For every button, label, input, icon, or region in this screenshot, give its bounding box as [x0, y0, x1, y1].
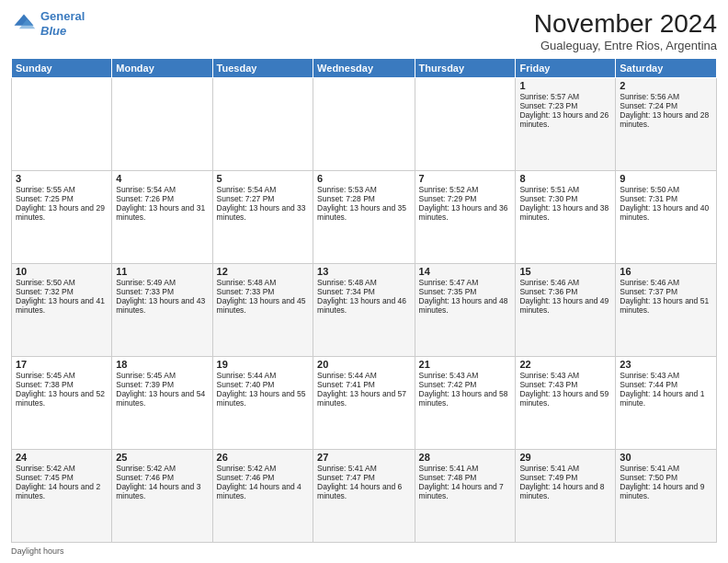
day-info-line: Sunset: 7:28 PM [317, 194, 410, 203]
day-cell [415, 78, 516, 171]
day-number: 25 [116, 452, 208, 463]
day-info-line: Sunrise: 5:50 AM [620, 185, 712, 194]
day-info-line: Sunset: 7:44 PM [620, 380, 712, 389]
day-info-line: Daylight: 14 hours and 9 minutes. [620, 482, 712, 500]
main-title: November 2024 [534, 9, 717, 39]
day-cell: 10Sunrise: 5:50 AMSunset: 7:32 PMDayligh… [12, 264, 112, 357]
day-cell: 30Sunrise: 5:41 AMSunset: 7:50 PMDayligh… [616, 450, 717, 543]
day-info-line: Sunrise: 5:56 AM [620, 92, 712, 101]
day-cell: 11Sunrise: 5:49 AMSunset: 7:33 PMDayligh… [112, 264, 212, 357]
day-info-line: Sunrise: 5:42 AM [116, 464, 208, 473]
day-info-line: Sunrise: 5:47 AM [419, 278, 512, 287]
week-row-2: 3Sunrise: 5:55 AMSunset: 7:25 PMDaylight… [12, 171, 717, 264]
day-cell: 21Sunrise: 5:43 AMSunset: 7:42 PMDayligh… [415, 357, 516, 450]
page: General Blue November 2024 Gualeguay, En… [0, 0, 728, 563]
day-info-line: Sunrise: 5:45 AM [16, 371, 108, 380]
day-cell: 24Sunrise: 5:42 AMSunset: 7:45 PMDayligh… [12, 450, 112, 543]
day-info-line: Daylight: 13 hours and 52 minutes. [16, 389, 108, 408]
day-info-line: Sunrise: 5:51 AM [519, 185, 611, 194]
day-number: 10 [16, 266, 108, 277]
day-info-line: Sunset: 7:49 PM [519, 473, 611, 482]
day-info-line: Daylight: 14 hours and 6 minutes. [317, 482, 410, 500]
day-number: 20 [317, 359, 410, 370]
day-cell: 28Sunrise: 5:41 AMSunset: 7:48 PMDayligh… [415, 450, 516, 543]
day-info-line: Sunrise: 5:45 AM [116, 371, 208, 380]
day-info-line: Sunset: 7:29 PM [419, 194, 512, 203]
day-info-line: Daylight: 13 hours and 29 minutes. [16, 203, 108, 222]
logo-line2: Blue [40, 24, 66, 38]
day-cell: 3Sunrise: 5:55 AMSunset: 7:25 PMDaylight… [12, 171, 112, 264]
day-info-line: Daylight: 13 hours and 38 minutes. [519, 203, 611, 222]
day-number: 3 [16, 173, 108, 184]
col-header-monday: Monday [112, 59, 212, 78]
day-cell: 27Sunrise: 5:41 AMSunset: 7:47 PMDayligh… [313, 450, 415, 543]
logo-line1: General [40, 9, 85, 23]
day-cell: 8Sunrise: 5:51 AMSunset: 7:30 PMDaylight… [516, 171, 616, 264]
day-cell: 16Sunrise: 5:46 AMSunset: 7:37 PMDayligh… [616, 264, 717, 357]
day-info-line: Sunset: 7:24 PM [620, 101, 712, 110]
day-info-line: Sunrise: 5:53 AM [317, 185, 410, 194]
day-info-line: Sunset: 7:31 PM [620, 194, 712, 203]
day-cell: 13Sunrise: 5:48 AMSunset: 7:34 PMDayligh… [313, 264, 415, 357]
day-info-line: Daylight: 13 hours and 55 minutes. [217, 389, 309, 408]
day-info-line: Sunset: 7:35 PM [419, 287, 512, 296]
day-number: 23 [620, 359, 712, 370]
day-number: 14 [419, 266, 512, 277]
day-info-line: Sunset: 7:47 PM [317, 473, 410, 482]
day-info-line: Sunrise: 5:42 AM [16, 464, 108, 473]
day-info-line: Sunrise: 5:44 AM [217, 371, 309, 380]
day-info-line: Daylight: 13 hours and 45 minutes. [217, 296, 309, 315]
day-number: 19 [217, 359, 309, 370]
day-info-line: Sunrise: 5:57 AM [519, 92, 611, 101]
day-info-line: Sunrise: 5:43 AM [620, 371, 712, 380]
day-info-line: Sunrise: 5:41 AM [317, 464, 410, 473]
day-cell: 15Sunrise: 5:46 AMSunset: 7:36 PMDayligh… [516, 264, 616, 357]
day-cell [212, 78, 313, 171]
day-info-line: Sunset: 7:45 PM [16, 473, 108, 482]
day-cell: 29Sunrise: 5:41 AMSunset: 7:49 PMDayligh… [516, 450, 616, 543]
day-number: 30 [620, 452, 712, 463]
day-info-line: Daylight: 13 hours and 54 minutes. [116, 389, 208, 408]
logo-text: General Blue [40, 9, 85, 38]
day-number: 27 [317, 452, 410, 463]
day-info-line: Sunrise: 5:42 AM [217, 464, 309, 473]
day-cell: 14Sunrise: 5:47 AMSunset: 7:35 PMDayligh… [415, 264, 516, 357]
day-info-line: Daylight: 14 hours and 2 minutes. [16, 482, 108, 500]
subtitle: Gualeguay, Entre Rios, Argentina [534, 39, 717, 52]
day-number: 13 [317, 266, 410, 277]
day-info-line: Sunset: 7:46 PM [217, 473, 309, 482]
day-info-line: Sunset: 7:26 PM [116, 194, 208, 203]
day-info-line: Sunrise: 5:43 AM [519, 371, 611, 380]
day-info-line: Daylight: 14 hours and 1 minute. [620, 389, 712, 408]
day-info-line: Sunrise: 5:54 AM [116, 185, 208, 194]
day-number: 22 [519, 359, 611, 370]
day-number: 6 [317, 173, 410, 184]
day-number: 24 [16, 452, 108, 463]
day-info-line: Sunrise: 5:50 AM [16, 278, 108, 287]
day-info-line: Sunrise: 5:41 AM [419, 464, 512, 473]
day-cell: 19Sunrise: 5:44 AMSunset: 7:40 PMDayligh… [212, 357, 313, 450]
day-number: 8 [519, 173, 611, 184]
day-number: 18 [116, 359, 208, 370]
day-info-line: Sunrise: 5:41 AM [519, 464, 611, 473]
day-info-line: Sunset: 7:33 PM [116, 287, 208, 296]
col-header-sunday: Sunday [12, 59, 112, 78]
col-header-saturday: Saturday [616, 59, 717, 78]
day-info-line: Sunset: 7:27 PM [217, 194, 309, 203]
day-info-line: Sunrise: 5:44 AM [317, 371, 410, 380]
day-cell: 4Sunrise: 5:54 AMSunset: 7:26 PMDaylight… [112, 171, 212, 264]
footer: Daylight hours [11, 546, 717, 556]
day-info-line: Daylight: 14 hours and 8 minutes. [519, 482, 611, 500]
day-info-line: Sunset: 7:40 PM [217, 380, 309, 389]
day-info-line: Daylight: 13 hours and 33 minutes. [217, 203, 309, 222]
day-info-line: Sunrise: 5:41 AM [620, 464, 712, 473]
day-info-line: Sunset: 7:48 PM [419, 473, 512, 482]
day-number: 2 [620, 80, 712, 91]
day-info-line: Sunrise: 5:48 AM [217, 278, 309, 287]
day-info-line: Sunset: 7:34 PM [317, 287, 410, 296]
day-info-line: Sunset: 7:33 PM [217, 287, 309, 296]
day-info-line: Sunset: 7:23 PM [519, 101, 611, 110]
day-number: 1 [519, 80, 611, 91]
day-info-line: Sunset: 7:37 PM [620, 287, 712, 296]
day-info-line: Sunset: 7:41 PM [317, 380, 410, 389]
